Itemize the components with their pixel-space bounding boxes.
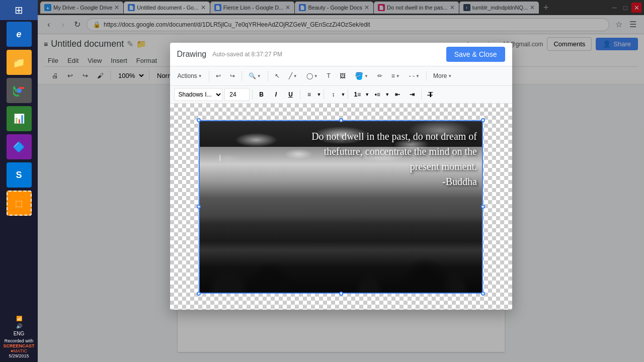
- select-tool-button[interactable]: ↖: [271, 69, 283, 83]
- line-spacing-group: ↕ ▼: [327, 88, 345, 101]
- quote-text-line4: -Buddha: [442, 176, 477, 187]
- align-left-button[interactable]: ≡: [303, 88, 316, 101]
- line-dropdown-arrow: ▼: [293, 74, 297, 78]
- quote-text-line2: thefuture, concentrate the mind on the: [324, 146, 477, 157]
- taskbar-language: ENG: [13, 330, 26, 337]
- clear-formatting-button[interactable]: T̶: [424, 88, 437, 101]
- taskbar-app2-icon[interactable]: 🔷: [7, 134, 32, 159]
- quote-text-line1: Do not dwell in the past, do not dream o…: [311, 131, 477, 142]
- taskbar-ie-icon[interactable]: e: [7, 22, 32, 47]
- font-family-select[interactable]: Shadows I...: [174, 88, 223, 101]
- resize-handle-bottomright[interactable]: [481, 292, 485, 296]
- resize-handle-left[interactable]: [197, 205, 201, 209]
- more-label: More: [433, 72, 447, 79]
- landscape-image: Do not dwell in the past, do not dream o…: [200, 121, 482, 293]
- taskbar-selection-icon[interactable]: ⬚: [7, 191, 32, 216]
- bold-button[interactable]: B: [255, 88, 268, 101]
- align-group: ≡ ▼: [303, 88, 321, 101]
- resize-handle-top[interactable]: [339, 118, 343, 122]
- toolbar2-sep2: [300, 89, 300, 100]
- zoom-button[interactable]: 🔍 ▼: [245, 69, 265, 83]
- taskbar-volume: 🔊: [15, 322, 23, 330]
- more-button[interactable]: More ▼: [430, 69, 455, 83]
- drawing-toolbar2: Shadows I... B I U ≡ ▼ ↕ ▼ 1≡ ▼: [170, 86, 512, 104]
- drawing-undo-button[interactable]: ↩: [212, 69, 224, 83]
- actions-label: Actions: [178, 72, 197, 79]
- line-icon: ╱: [289, 72, 292, 79]
- resize-handle-topright[interactable]: [481, 118, 485, 122]
- shapes-icon: ◯: [306, 72, 313, 79]
- line-spacing-button[interactable]: ↕: [327, 88, 340, 101]
- underline-button[interactable]: U: [284, 88, 297, 101]
- fill-color-icon: 🪣: [355, 72, 363, 80]
- quote-overlay: Do not dwell in the past, do not dream o…: [205, 129, 477, 189]
- italic-button[interactable]: I: [270, 88, 283, 101]
- taskbar-bottom: 📶 🔊 ENG Recorded with SCREENCAST ●MATIC …: [0, 312, 38, 362]
- resize-handle-bottom[interactable]: [339, 292, 343, 296]
- zoom-dropdown-arrow: ▼: [257, 74, 261, 78]
- indent-decrease-button[interactable]: ⇤: [391, 88, 404, 101]
- indent-increase-button[interactable]: ⇥: [406, 88, 419, 101]
- toolbar1-sep2: [242, 71, 242, 81]
- drawing-header: Drawing Auto-saved at 8:37:27 PM Save & …: [170, 43, 512, 66]
- numbered-list-button[interactable]: 1≡: [351, 88, 364, 101]
- quote-text-line3: present moment.: [410, 161, 477, 172]
- drawing-canvas[interactable]: Do not dwell in the past, do not dream o…: [170, 104, 512, 310]
- taskbar-app1-icon[interactable]: 📊: [7, 106, 32, 131]
- windows-logo-icon: ⊞: [15, 4, 23, 16]
- chrome-logo-icon: [13, 84, 25, 97]
- fill-color-button[interactable]: 🪣 ▼: [351, 69, 372, 83]
- actions-button[interactable]: Actions ▼: [174, 69, 206, 83]
- zoom-icon: 🔍: [249, 72, 256, 79]
- taskbar-explorer-icon[interactable]: 📁: [7, 50, 32, 75]
- drawing-redo-button[interactable]: ↪: [226, 69, 238, 83]
- resize-handle-bottomleft[interactable]: [197, 292, 201, 296]
- line-dash-button[interactable]: - - ▼: [406, 69, 423, 83]
- line-dash-icon: - -: [409, 72, 415, 79]
- font-size-input[interactable]: [224, 88, 250, 101]
- bulleted-list-button[interactable]: •≡: [371, 88, 384, 101]
- drawing-autosave: Auto-saved at 8:37:27 PM: [212, 51, 282, 58]
- actions-dropdown-arrow: ▼: [198, 74, 202, 78]
- resize-handle-right[interactable]: [481, 205, 485, 209]
- bulleted-list-group: •≡ ▼: [371, 88, 389, 101]
- toolbar2-sep5: [421, 89, 422, 100]
- shapes-button[interactable]: ◯ ▼: [303, 69, 321, 83]
- toolbar2-sep3: [324, 89, 324, 100]
- toolbar1-sep1: [209, 71, 209, 81]
- line-weight-icon: ≡: [391, 72, 395, 79]
- save-close-button[interactable]: Save & Close: [446, 47, 505, 62]
- toolbar1-sep3: [268, 71, 268, 81]
- textbox-button[interactable]: T: [324, 69, 334, 83]
- drawing-image-container: Do not dwell in the past, do not dream o…: [199, 120, 483, 294]
- taskbar-network-status: 📶: [15, 315, 23, 322]
- more-dropdown-arrow: ▼: [448, 74, 452, 78]
- taskbar-chrome-icon[interactable]: [7, 78, 32, 103]
- toolbar2-sep1: [252, 89, 253, 100]
- line-spacing-dropdown-arrow: ▼: [341, 92, 345, 97]
- taskbar-skype-icon[interactable]: S: [7, 162, 32, 188]
- taskbar: ⊞ e 📁 📊 🔷 S ⬚ 📶 🔊 ENG Recorded with: [0, 0, 38, 362]
- drawing-image-box: Do not dwell in the past, do not dream o…: [199, 120, 483, 294]
- line-weight-button[interactable]: ≡ ▼: [388, 69, 404, 83]
- drawing-toolbar1: Actions ▼ ↩ ↪ 🔍 ▼ ↖ ╱ ▼ ◯: [170, 66, 512, 86]
- toolbar2-sep4: [348, 89, 348, 100]
- shapes-dropdown-arrow: ▼: [314, 74, 318, 78]
- line-tool-button[interactable]: ╱ ▼: [285, 69, 301, 83]
- fill-dropdown-arrow: ▼: [364, 74, 368, 78]
- bulleted-dropdown-arrow: ▼: [385, 92, 389, 97]
- toolbar1-sep4: [426, 71, 427, 81]
- line-weight-dropdown-arrow: ▼: [396, 74, 400, 78]
- resize-handle-topleft[interactable]: [197, 118, 201, 122]
- numbered-dropdown-arrow: ▼: [365, 92, 369, 97]
- numbered-list-group: 1≡ ▼: [351, 88, 369, 101]
- image-button[interactable]: 🖼: [336, 69, 349, 83]
- drawing-title: Drawing: [177, 50, 207, 59]
- pen-color-button[interactable]: ✏: [374, 69, 386, 83]
- align-dropdown-arrow: ▼: [317, 92, 321, 97]
- windows-start-button[interactable]: ⊞: [0, 0, 38, 20]
- drawing-overlay: Drawing Auto-saved at 8:37:27 PM Save & …: [38, 0, 644, 362]
- taskbar-time: Recorded with SCREENCAST ●MATIC 5/29/201…: [2, 337, 35, 359]
- line-dash-dropdown-arrow: ▼: [416, 74, 420, 78]
- drawing-modal: Drawing Auto-saved at 8:37:27 PM Save & …: [170, 43, 512, 310]
